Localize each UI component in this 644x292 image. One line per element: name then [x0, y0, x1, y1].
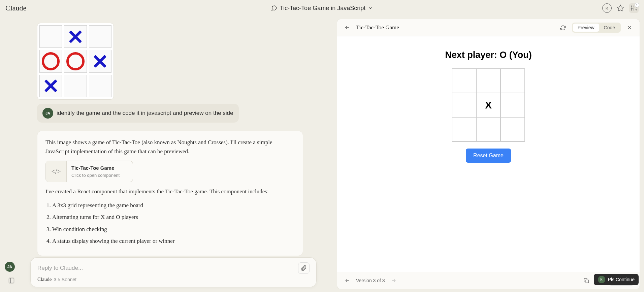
continue-avatar: K [598, 276, 605, 283]
svg-rect-17 [9, 278, 14, 283]
artifact-card-title: Tic-Tac-Toe Game [71, 164, 120, 172]
reset-button[interactable]: Reset Game [466, 149, 511, 163]
attachment-cell [64, 50, 87, 72]
preview-tab[interactable]: Preview [573, 24, 599, 32]
svg-marker-0 [617, 5, 623, 11]
sidebar-toggle[interactable] [7, 276, 16, 285]
copy-button[interactable] [582, 276, 591, 285]
user-message: JA identify the game and the code it in … [37, 104, 239, 123]
user-message-text: identify the game and the code it in jav… [57, 110, 233, 117]
preview-area: Next player: O (You) X Reset Game [337, 36, 640, 272]
image-attachment[interactable] [37, 23, 114, 100]
game-cell[interactable] [452, 69, 476, 93]
app-logo[interactable]: Claude [5, 4, 26, 12]
feature-list-item: A 3x3 grid representing the game board [52, 201, 295, 210]
game-cell[interactable] [452, 117, 476, 141]
continue-text: Pls Continue [608, 277, 635, 282]
refresh-button[interactable] [558, 23, 568, 32]
user-avatar-small: JA [42, 108, 53, 119]
svg-rect-15 [586, 280, 589, 283]
game-cell[interactable] [476, 117, 501, 141]
settings-badge: 1 [635, 3, 639, 7]
chat-panel: JA identify the game and the code it in … [0, 16, 337, 292]
attachment-cell [89, 50, 111, 72]
game-cell[interactable]: X [476, 93, 501, 117]
game-cell[interactable] [501, 69, 525, 93]
feature-list-item: Alternating turns for X and O players [52, 213, 295, 222]
game-status: Next player: O (You) [445, 50, 532, 60]
attachment-cell [39, 75, 62, 97]
sidebar-user-avatar[interactable]: JA [5, 262, 15, 272]
view-toggle: Preview Code [572, 23, 621, 33]
code-icon: </> [46, 161, 67, 182]
assistant-paragraph: I've created a React component that impl… [45, 187, 295, 196]
message-input-box[interactable]: Reply to Claude... Claude 3.5 Sonnet [30, 257, 317, 287]
star-button[interactable] [616, 3, 625, 13]
attachment-cell [39, 50, 62, 72]
conversation-title-bar[interactable]: Tic-Tac-Toe Game in JavaScript [271, 5, 373, 12]
model-selector[interactable]: Claude 3.5 Sonnet [37, 277, 310, 282]
game-cell[interactable] [476, 69, 501, 93]
continue-badge[interactable]: K Pls Continue [594, 274, 639, 285]
chevron-down-icon [368, 6, 373, 10]
artifact-window: Tic-Tac-Toe Game Preview Code Next playe… [337, 19, 640, 289]
chat-icon [271, 5, 277, 11]
code-tab[interactable]: Code [599, 24, 620, 32]
attachment-cell [39, 25, 62, 48]
model-name: Claude [37, 277, 52, 282]
user-avatar[interactable]: K [602, 3, 612, 13]
game-board: X [452, 68, 525, 142]
attachment-cell [89, 25, 111, 48]
attachment-cell [64, 75, 87, 97]
model-version: 3.5 Sonnet [54, 277, 77, 282]
game-cell[interactable] [501, 93, 525, 117]
feature-list-item: Win condition checking [52, 225, 295, 234]
attach-button[interactable] [298, 262, 310, 274]
artifact-card[interactable]: </> Tic-Tac-Toe Game Click to open compo… [45, 161, 133, 182]
game-cell[interactable] [501, 117, 525, 141]
close-button[interactable] [625, 23, 634, 32]
back-button[interactable] [343, 23, 352, 32]
next-version-button[interactable] [389, 276, 398, 285]
message-input[interactable]: Reply to Claude... [37, 265, 83, 271]
game-cell[interactable] [452, 93, 476, 117]
artifact-card-subtitle: Click to open component [71, 172, 120, 179]
settings-button[interactable]: 1 [629, 3, 639, 13]
assistant-message: This image shows a game of Tic-Tac-Toe (… [37, 131, 303, 256]
attachment-cell [64, 25, 87, 48]
conversation-title: Tic-Tac-Toe Game in JavaScript [280, 5, 365, 12]
feature-list-item: A status display showing the current pla… [52, 237, 295, 246]
artifact-title: Tic-Tac-Toe Game [356, 24, 554, 31]
assistant-paragraph: This image shows a game of Tic-Tac-Toe (… [45, 138, 295, 156]
attachment-cell [89, 75, 111, 97]
prev-version-button[interactable] [343, 276, 352, 285]
version-label: Version 3 of 3 [356, 278, 385, 283]
